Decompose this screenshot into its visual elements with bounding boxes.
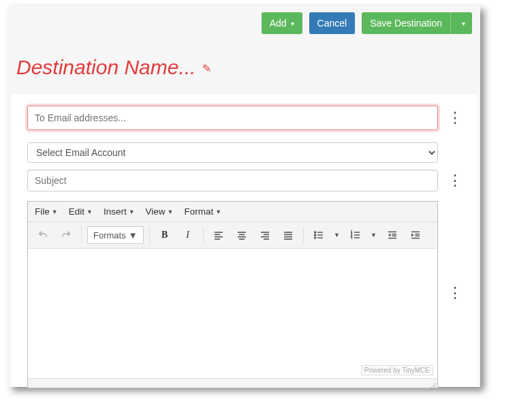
italic-button[interactable]: I <box>178 226 198 244</box>
caret-down-icon: ▼ <box>52 208 58 215</box>
page-title-text: Destination Name... <box>16 56 195 79</box>
redo-button[interactable] <box>57 226 76 244</box>
vertical-dots-icon: ⋮ <box>448 109 463 126</box>
undo-icon <box>37 230 48 240</box>
align-center-icon <box>236 230 247 240</box>
row-editor: File▼ Edit▼ Insert▼ View▼ Format▼ For <box>11 201 478 388</box>
svg-text:3: 3 <box>350 236 352 239</box>
chevron-down-icon: ▾ <box>291 20 294 27</box>
chevron-down-icon: ▾ <box>462 20 465 27</box>
menu-file[interactable]: File▼ <box>35 206 58 217</box>
row-account: Select Email Account <box>11 142 478 163</box>
subject-input[interactable] <box>27 170 438 191</box>
svg-point-17 <box>314 234 315 236</box>
bullet-list-button[interactable] <box>309 226 328 244</box>
numbered-list-button[interactable]: 123 <box>346 226 365 244</box>
bullet-list-icon <box>313 230 324 240</box>
top-toolbar: Add ▾ Cancel Save Destination ▾ <box>262 12 472 34</box>
align-left-button[interactable] <box>209 226 228 244</box>
card: ⋮ Select Email Account ⋮ File▼ Edit▼ Ins… <box>11 93 478 387</box>
subject-options-button[interactable]: ⋮ <box>448 173 461 188</box>
save-split-button: Save Destination ▾ <box>362 12 472 34</box>
numbered-list-icon: 123 <box>350 230 361 240</box>
align-right-button[interactable] <box>255 226 275 244</box>
align-right-icon <box>260 230 270 240</box>
svg-point-16 <box>314 232 315 233</box>
formats-label: Formats <box>93 230 126 240</box>
email-account-select[interactable]: Select Email Account <box>27 142 438 163</box>
add-button-label: Add <box>270 18 287 29</box>
indent-icon <box>410 230 421 240</box>
menu-insert[interactable]: Insert▼ <box>104 206 135 217</box>
undo-button[interactable] <box>33 226 52 244</box>
editor-menubar: File▼ Edit▼ Insert▼ View▼ Format▼ <box>28 202 437 222</box>
formats-dropdown[interactable]: Formats ▼ <box>87 226 144 244</box>
caret-down-icon: ▼ <box>129 208 135 215</box>
separator <box>203 227 204 243</box>
row-subject: ⋮ <box>11 170 478 191</box>
align-left-icon <box>213 230 224 240</box>
pencil-icon[interactable]: ✎ <box>202 62 211 75</box>
cancel-button[interactable]: Cancel <box>309 12 356 34</box>
svg-marker-37 <box>411 233 413 236</box>
outdent-button[interactable] <box>383 226 402 244</box>
to-email-input[interactable] <box>27 106 438 130</box>
menu-edit[interactable]: Edit▼ <box>69 206 93 217</box>
numbered-list-dropdown[interactable]: ▼ <box>369 232 379 238</box>
editor-statusbar <box>28 378 437 388</box>
add-button[interactable]: Add ▾ <box>262 12 302 34</box>
vertical-dots-icon: ⋮ <box>448 172 463 189</box>
powered-by-badge: Powered by TinyMCE <box>361 365 433 375</box>
redo-icon <box>61 230 72 240</box>
row-to: ⋮ <box>11 106 478 130</box>
outdent-icon <box>387 230 398 240</box>
editor-toolbar: Formats ▼ B I <box>28 222 437 249</box>
editor-body[interactable]: Powered by TinyMCE <box>28 249 437 378</box>
save-button-dropdown[interactable]: ▾ <box>450 12 472 34</box>
separator <box>81 227 82 243</box>
rich-text-editor: File▼ Edit▼ Insert▼ View▼ Format▼ For <box>27 201 438 388</box>
bullet-list-dropdown[interactable]: ▼ <box>332 232 342 238</box>
caret-down-icon: ▼ <box>129 230 138 240</box>
svg-marker-32 <box>388 233 390 236</box>
align-center-button[interactable] <box>232 226 251 244</box>
vertical-dots-icon: ⋮ <box>448 284 463 301</box>
menu-view[interactable]: View▼ <box>146 206 174 217</box>
caret-down-icon: ▼ <box>168 208 174 215</box>
svg-point-18 <box>314 237 315 238</box>
caret-down-icon: ▼ <box>215 208 221 215</box>
save-button-label: Save Destination <box>370 18 442 29</box>
indent-button[interactable] <box>406 226 425 244</box>
separator <box>303 227 304 243</box>
caret-down-icon: ▼ <box>87 208 93 215</box>
align-justify-icon <box>283 230 294 240</box>
resize-handle[interactable] <box>429 380 436 387</box>
bold-button[interactable]: B <box>155 226 174 244</box>
separator <box>149 227 150 243</box>
cancel-button-label: Cancel <box>317 18 347 29</box>
to-options-button[interactable]: ⋮ <box>448 110 461 125</box>
align-justify-button[interactable] <box>279 226 298 244</box>
save-button[interactable]: Save Destination <box>362 12 450 34</box>
page-frame: Add ▾ Cancel Save Destination ▾ Destinat… <box>8 5 480 387</box>
menu-format[interactable]: Format▼ <box>185 206 222 217</box>
body-options-button[interactable]: ⋮ <box>448 285 461 300</box>
page-title[interactable]: Destination Name... ✎ <box>16 56 211 79</box>
resize-grip-icon <box>429 383 436 390</box>
